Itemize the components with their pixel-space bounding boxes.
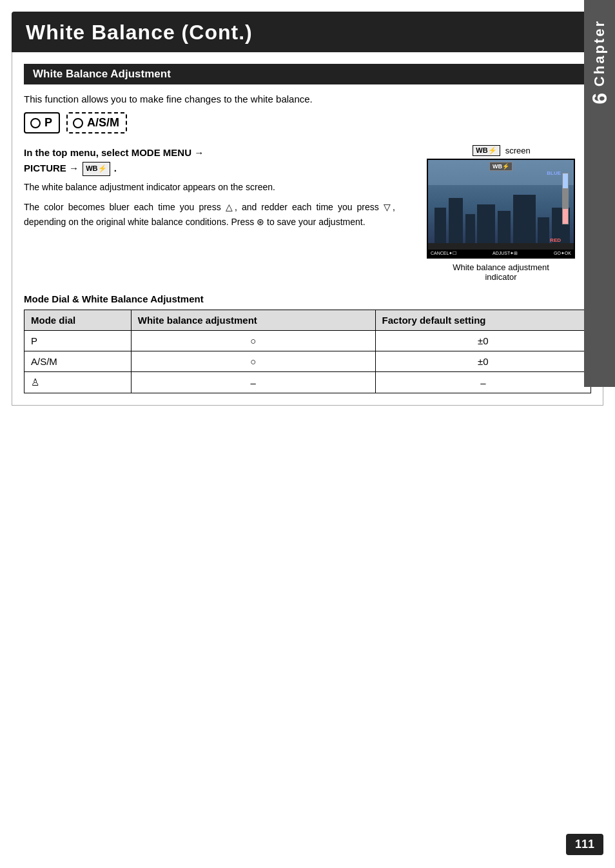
table-header-row: Mode dial White balance adjustment Facto… — [24, 310, 591, 331]
camera-screen-wrapper: WB⚡ screen — [427, 145, 575, 282]
caption-line1: White balance adjustment — [453, 262, 549, 272]
right-column: WB⚡ screen — [411, 145, 591, 282]
blue-label: BLUE — [547, 170, 561, 176]
col-header-adjustment: White balance adjustment — [131, 310, 375, 331]
blue-indicator-bar — [562, 173, 569, 224]
row3-mode: ♙ — [24, 372, 132, 393]
wb-badge-inline: WB⚡ — [83, 162, 110, 176]
building-5 — [498, 211, 511, 243]
building-2 — [449, 198, 463, 243]
bold-instruction-line1: In the top menu, select MODE MENU → PICT… — [24, 145, 395, 176]
row2-adjustment: ○ — [131, 351, 375, 372]
table-row: ♙ – – — [24, 372, 591, 393]
chapter-tab: Chapter 6 — [584, 0, 615, 387]
row1-factory: ±0 — [375, 331, 591, 351]
mode-icons-row: P A/S/M — [24, 112, 591, 133]
adjustment-table: Mode dial White balance adjustment Facto… — [24, 310, 591, 393]
building-6 — [513, 195, 536, 243]
row2-mode: A/S/M — [24, 351, 132, 372]
mode-ASM-label: A/S/M — [87, 116, 119, 130]
mode-P-label: P — [44, 116, 52, 130]
go-label: GO✦OK — [554, 251, 571, 256]
table-section: Mode Dial & White Balance Adjustment Mod… — [24, 293, 591, 393]
instruction-para2: The color becomes bluer each time you pr… — [24, 200, 395, 230]
cityscape — [428, 185, 574, 243]
chapter-label: Chapter — [591, 19, 608, 86]
page-title-banner: White Balance (Cont.) — [12, 12, 603, 52]
page-number-badge: 111 — [566, 834, 603, 855]
circle-icon-P — [30, 118, 41, 128]
camera-bottom-bar: CANCEL✦☐ ADJUST✦⊞ GO✦OK — [428, 250, 574, 257]
camera-screen-label: WB⚡ screen — [471, 145, 530, 156]
camera-caption: White balance adjustment indicator — [453, 262, 549, 282]
left-column: In the top menu, select MODE MENU → PICT… — [24, 145, 395, 282]
row1-adjustment: ○ — [131, 331, 375, 351]
building-4 — [477, 204, 495, 243]
mode-icon-P: P — [24, 112, 60, 133]
row3-adjustment: – — [131, 372, 375, 393]
building-1 — [434, 208, 446, 243]
camera-screen: WB⚡ BLUE RED CANCEL✦☐ ADJUST✦⊞ — [427, 159, 575, 259]
intro-text: This function allows you to make fine ch… — [24, 94, 591, 104]
cancel-label: CANCEL✦☐ — [431, 251, 456, 256]
col-header-mode: Mode dial — [24, 310, 132, 331]
row3-factory: – — [375, 372, 591, 393]
building-3 — [465, 214, 475, 243]
wb-screen-label-badge: WB⚡ — [473, 145, 500, 156]
chapter-number: 6 — [588, 93, 612, 104]
table-row: A/S/M ○ ±0 — [24, 351, 591, 372]
adjust-label: ADJUST✦⊞ — [493, 251, 518, 256]
table-section-heading: Mode Dial & White Balance Adjustment — [24, 293, 591, 304]
main-content: White Balance Adjustment This function a… — [12, 52, 603, 406]
caption-line2: indicator — [485, 272, 516, 282]
screen-label-text: screen — [505, 146, 531, 155]
row2-factory: ±0 — [375, 351, 591, 372]
page-title: White Balance (Cont.) — [26, 21, 589, 44]
row1-mode: P — [24, 331, 132, 351]
building-7 — [538, 217, 549, 243]
instruction-para1: The white balance adjustment indicator a… — [24, 180, 395, 195]
mode-icon-ASM: A/S/M — [66, 112, 127, 133]
circle-icon-ASM — [73, 118, 83, 128]
table-row: P ○ ±0 — [24, 331, 591, 351]
wb-screen-badge: WB⚡ — [489, 162, 512, 171]
col-header-factory: Factory default setting — [375, 310, 591, 331]
instructions-area: In the top menu, select MODE MENU → PICT… — [24, 145, 591, 282]
section-heading: White Balance Adjustment — [24, 64, 591, 84]
red-label: RED — [550, 237, 561, 243]
